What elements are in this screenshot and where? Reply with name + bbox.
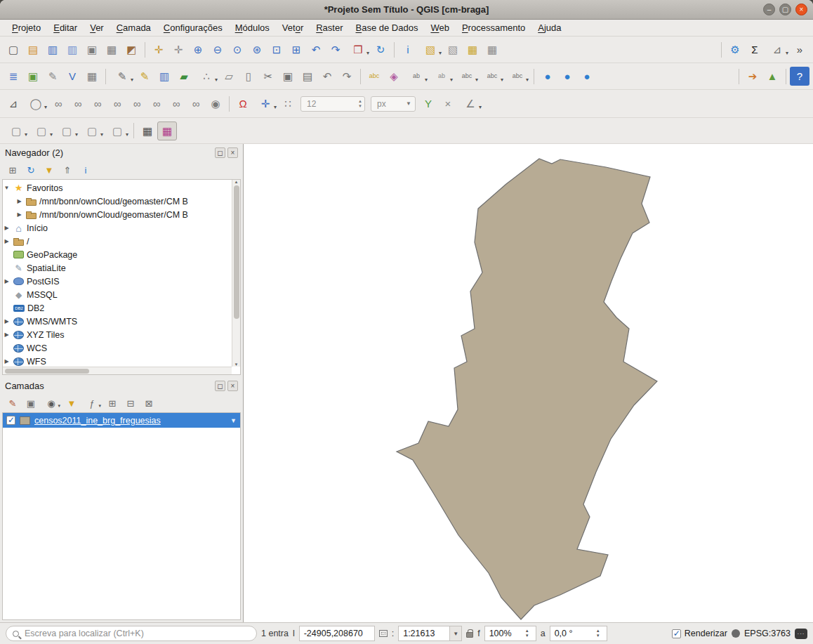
select-features-button[interactable]: ▧: [418, 40, 443, 59]
vertex-tool-button[interactable]: ∴: [194, 67, 219, 86]
new-print-layout-button[interactable]: ▣: [82, 40, 102, 59]
save-project-as-button[interactable]: ▥: [62, 40, 82, 59]
layer-item-censos2011[interactable]: censos2011_ine_brg_freguesias ▼: [3, 413, 240, 428]
open-project-button[interactable]: ▤: [23, 40, 43, 59]
save-layer-edits-button[interactable]: ▥: [154, 67, 174, 86]
browser-item-db2[interactable]: DB2: [3, 301, 232, 315]
browser-item-spatialite[interactable]: SpatiaLite: [3, 261, 232, 275]
menu-modulos[interactable]: Módulos: [229, 20, 276, 35]
move-label-button[interactable]: abc: [454, 67, 480, 86]
extents-toggle-button[interactable]: [379, 630, 388, 637]
close-panel-icon[interactable]: ×: [227, 147, 238, 158]
rotation-spinner[interactable]: 0,0 ° ▲▼: [550, 626, 607, 641]
circle-2points-button[interactable]: ∞: [48, 94, 68, 113]
enable-snapping-button[interactable]: Ω: [233, 94, 253, 113]
menu-raster[interactable]: Raster: [310, 20, 349, 35]
digitizing-options-button[interactable]: ∷: [278, 94, 298, 113]
locator-search-input[interactable]: [23, 628, 250, 639]
tool-group-3-button[interactable]: ▢: [54, 121, 79, 140]
enable-tracing-button[interactable]: ✛: [253, 94, 278, 113]
processing-toolbox-button[interactable]: ⚙: [725, 40, 745, 59]
scrollbar-thumb[interactable]: [5, 369, 89, 374]
new-map-view-button[interactable]: ❒: [345, 40, 371, 59]
layer-labeling-button[interactable]: abc: [364, 67, 384, 86]
zoom-in-button[interactable]: ⊕: [188, 40, 208, 59]
snapping-unit-select[interactable]: px ▼: [371, 96, 416, 112]
open-attribute-table-button[interactable]: ▦: [463, 40, 482, 59]
add-polygon-feature-button[interactable]: ▰: [174, 67, 194, 86]
tool-group-5-button[interactable]: ▢: [105, 121, 130, 140]
browser-horizontal-scrollbar[interactable]: [3, 367, 232, 374]
messages-icon[interactable]: ···: [795, 629, 807, 639]
plugin-tool-1-button[interactable]: ➔: [743, 67, 762, 86]
browser-vertical-scrollbar[interactable]: ▲ ▼: [232, 180, 240, 367]
filter-expression-button[interactable]: ƒ: [83, 396, 101, 410]
refresh-map-button[interactable]: ↻: [371, 40, 390, 59]
scroll-up-icon[interactable]: ▲: [234, 180, 239, 184]
zoom-native-button[interactable]: ⊙: [227, 40, 247, 59]
identify-features-button[interactable]: i: [398, 40, 418, 59]
help-button[interactable]: ?: [790, 67, 809, 86]
vertex-highlight-button[interactable]: Y: [418, 94, 438, 113]
expander-icon[interactable]: [3, 318, 11, 324]
spinner-arrows-icon[interactable]: ▲▼: [522, 629, 531, 638]
browser-item-favorite-path-1[interactable]: /mnt/bonn/ownCloud/geomaster/CM B: [3, 195, 232, 208]
new-geopackage-layer-button[interactable]: ▣: [23, 67, 43, 86]
zoom-next-button[interactable]: ↷: [326, 40, 345, 59]
layer-diagram-button[interactable]: ◈: [384, 67, 404, 86]
refresh-browser-button[interactable]: ↻: [24, 163, 38, 177]
rotate-label-button[interactable]: abc: [480, 67, 505, 86]
render-toggle[interactable]: Renderizar: [672, 629, 727, 638]
pan-map-button[interactable]: ✛: [149, 40, 168, 59]
expander-icon[interactable]: [3, 278, 11, 284]
snapping-tolerance-spinner[interactable]: 12 ▲▼: [300, 96, 365, 112]
expander-icon[interactable]: [3, 225, 11, 231]
menu-base-de-dados[interactable]: Base de Dados: [350, 20, 425, 35]
new-shapefile-layer-button[interactable]: ✎: [43, 67, 62, 86]
new-virtual-layer-button[interactable]: V: [62, 67, 82, 86]
pin-labels-button[interactable]: ab: [404, 67, 429, 86]
browser-item-inicio[interactable]: Início: [3, 221, 232, 235]
undo-button[interactable]: ↶: [317, 67, 337, 86]
circle-3tangents-button[interactable]: ∞: [88, 94, 107, 113]
layer-visibility-checkbox[interactable]: [6, 416, 15, 425]
delete-selected-button[interactable]: ▯: [239, 67, 258, 86]
lock-scale-icon[interactable]: [466, 632, 473, 638]
tool-group-4-button[interactable]: ▢: [79, 121, 105, 140]
close-button[interactable]: ×: [795, 4, 807, 15]
ellipse-center-point-button[interactable]: ∞: [107, 94, 127, 113]
scroll-down-icon[interactable]: ▼: [234, 362, 239, 367]
metasearch-button[interactable]: ●: [538, 67, 557, 86]
browser-item-geopackage[interactable]: GeoPackage: [3, 248, 232, 261]
zoom-last-button[interactable]: ↶: [306, 40, 326, 59]
redo-button[interactable]: ↷: [337, 67, 357, 86]
delete-vertex-button[interactable]: ×: [438, 94, 458, 113]
highlight-pinned-labels-button[interactable]: ab: [429, 67, 454, 86]
fill-ring-button[interactable]: ◉: [206, 94, 225, 113]
menu-ver[interactable]: Ver: [84, 20, 110, 35]
save-project-button[interactable]: ▥: [43, 40, 62, 59]
magnifier-spinner[interactable]: 100% ▲▼: [484, 626, 536, 641]
expander-icon[interactable]: [3, 238, 11, 244]
add-group-button[interactable]: ▣: [24, 396, 38, 410]
field-calculator-button[interactable]: ▦: [482, 40, 502, 59]
expander-icon[interactable]: [3, 331, 11, 338]
maximize-button[interactable]: ▢: [779, 4, 791, 15]
minimize-button[interactable]: –: [763, 4, 775, 15]
zoom-to-selection-button[interactable]: ⊡: [267, 40, 286, 59]
menu-configuracoes[interactable]: Configurações: [157, 20, 229, 35]
scale-combo[interactable]: 1:21613 ▼: [398, 626, 462, 641]
paste-features-button[interactable]: ▤: [298, 67, 317, 86]
style-manager-button[interactable]: ◩: [121, 40, 141, 59]
regular-polygon-button[interactable]: ∞: [186, 94, 206, 113]
browser-item-favorite-path-2[interactable]: /mnt/bonn/ownCloud/geomaster/CM B: [3, 208, 232, 221]
web-service-search-button[interactable]: ●: [557, 67, 577, 86]
plugin-tool-2-button[interactable]: ▲: [762, 67, 782, 86]
manage-themes-button[interactable]: ◉: [42, 396, 60, 410]
measure-button[interactable]: ⊿: [765, 40, 790, 59]
advanced-digitizing-button[interactable]: ⊿: [4, 94, 23, 113]
menu-vetor[interactable]: Vetor: [276, 20, 310, 35]
expander-icon[interactable]: [15, 198, 23, 204]
shape-digitizing-button[interactable]: ◯: [23, 94, 48, 113]
expand-all-button[interactable]: ⊞: [105, 396, 119, 410]
